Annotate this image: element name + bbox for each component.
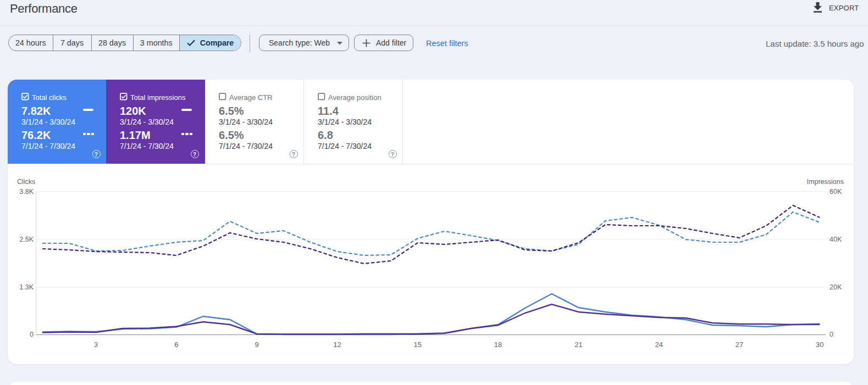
svg-text:60K: 60K [830,188,842,196]
svg-text:21: 21 [574,341,582,349]
svg-text:0: 0 [30,331,34,338]
svg-text:Impressions: Impressions [807,178,844,186]
svg-text:30: 30 [816,341,823,349]
svg-text:Clicks: Clicks [17,178,35,186]
svg-text:15: 15 [414,341,422,349]
svg-text:3: 3 [94,341,98,349]
svg-text:6: 6 [174,341,178,349]
svg-text:9: 9 [255,341,259,349]
svg-text:3.8K: 3.8K [19,188,34,196]
svg-text:27: 27 [736,341,743,349]
svg-text:2.5K: 2.5K [19,236,34,243]
svg-text:20K: 20K [830,283,842,291]
svg-text:18: 18 [494,341,502,349]
svg-text:12: 12 [333,341,341,349]
svg-text:40K: 40K [830,236,842,243]
svg-text:0: 0 [830,331,833,338]
svg-text:1.3K: 1.3K [19,283,34,291]
svg-text:24: 24 [655,341,662,349]
